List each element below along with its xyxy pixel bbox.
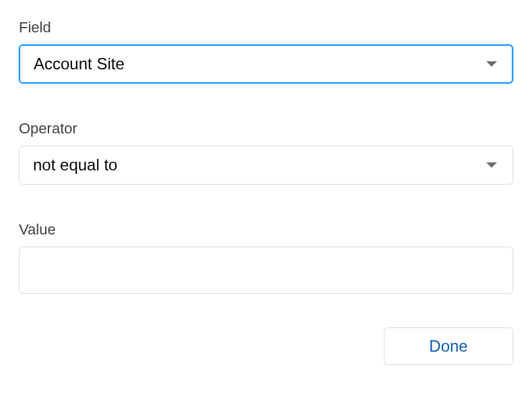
done-button[interactable]: Done [384, 327, 513, 365]
value-label: Value [19, 221, 513, 238]
field-select-value: Account Site [34, 55, 125, 73]
field-select[interactable]: Account Site [19, 44, 513, 84]
field-label: Field [19, 19, 513, 36]
operator-label: Operator [19, 120, 513, 137]
value-input[interactable] [19, 247, 513, 294]
operator-select-value: not equal to [33, 156, 117, 174]
operator-group: Operator not equal to [19, 120, 513, 185]
operator-select[interactable]: not equal to [19, 146, 513, 185]
field-select-wrapper: Account Site [19, 44, 513, 84]
value-group: Value [19, 221, 513, 294]
button-row: Done [19, 327, 513, 365]
operator-select-wrapper: not equal to [19, 146, 513, 185]
field-group: Field Account Site [19, 19, 513, 84]
